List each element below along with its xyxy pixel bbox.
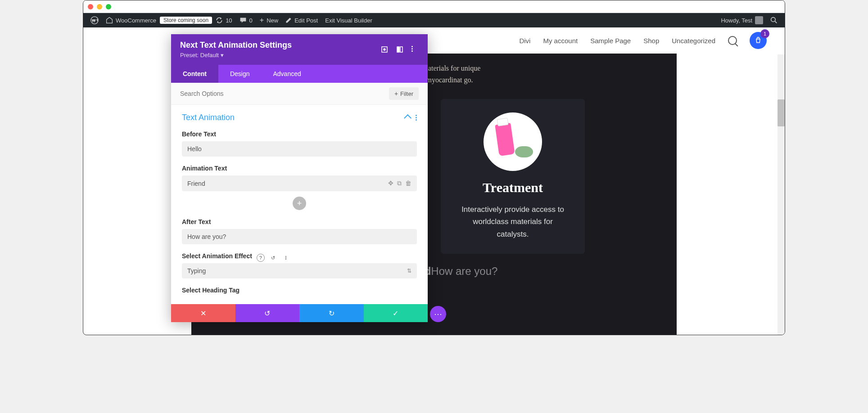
greeting: Howdy, Test	[721, 17, 752, 24]
search-toggle[interactable]	[767, 13, 781, 27]
collapse-icon[interactable]	[406, 115, 411, 121]
add-animation-text-button[interactable]: +	[293, 197, 306, 210]
card-title: Treatment	[454, 180, 571, 195]
vertical-scrollbar[interactable]	[778, 54, 785, 335]
redo-button[interactable]: ↻	[299, 304, 364, 322]
wp-logo-icon[interactable]	[87, 13, 102, 27]
nav-my-account[interactable]: My account	[543, 37, 578, 45]
after-text-input[interactable]	[182, 229, 417, 244]
duplicate-icon[interactable]: ⧉	[397, 180, 402, 187]
snap-icon[interactable]	[396, 46, 403, 53]
svg-point-1	[771, 18, 776, 22]
update-count: 10	[226, 17, 232, 24]
move-icon[interactable]: ✥	[388, 180, 393, 187]
after-text-label: After Text	[182, 218, 417, 225]
svg-rect-5	[400, 47, 402, 52]
modal-title: Next Text Animation Settings	[180, 40, 292, 50]
module-settings-modal: Next Text Animation Settings Preset: Def…	[171, 34, 428, 322]
scroll-thumb[interactable]	[778, 99, 785, 126]
section-more-icon[interactable]	[416, 115, 417, 121]
edit-post-link[interactable]: Edit Post	[282, 13, 321, 27]
site-name: WooCommerce	[116, 17, 156, 24]
cart-badge: 1	[760, 29, 769, 38]
edit-label: Edit Post	[294, 17, 318, 24]
before-text-label: Before Text	[182, 130, 417, 138]
settings-tabs: Content Design Advanced	[171, 65, 428, 83]
comments-link[interactable]: 0	[236, 13, 256, 27]
save-button[interactable]: ✓	[364, 304, 428, 322]
updates-link[interactable]: 10	[212, 13, 235, 27]
search-options-input[interactable]	[180, 90, 389, 97]
search-icon[interactable]	[728, 36, 737, 45]
expand-icon[interactable]	[381, 46, 388, 53]
nav-divi[interactable]: Divi	[519, 37, 530, 45]
cancel-button[interactable]: ✕	[171, 304, 235, 322]
heading-tag-label: Select Heading Tag	[182, 287, 417, 294]
service-card-treatment: Treatment Interactively provide access t…	[441, 99, 585, 254]
window-close-button[interactable]	[88, 4, 93, 9]
exit-label: Exit Visual Builder	[325, 17, 372, 24]
preset-selector[interactable]: Preset: Default ▾	[180, 52, 292, 58]
animation-text-label: Animation Text	[182, 165, 417, 172]
svg-point-3	[384, 49, 385, 50]
wp-admin-bar: WooCommerce Store coming soon 10 0 + New…	[83, 13, 785, 27]
tab-advanced[interactable]: Advanced	[261, 65, 312, 83]
svg-rect-4	[397, 47, 399, 52]
more-icon[interactable]	[411, 46, 419, 53]
section-title[interactable]: Text Animation	[182, 113, 235, 122]
animation-text-item[interactable]: Friend ✥ ⧉ 🗑	[182, 175, 417, 191]
reset-icon[interactable]: ↺	[269, 254, 277, 262]
help-icon[interactable]: ?	[257, 254, 265, 262]
exit-builder-link[interactable]: Exit Visual Builder	[321, 13, 376, 27]
divi-fab[interactable]: ⋯	[430, 306, 446, 322]
nav-sample-page[interactable]: Sample Page	[590, 37, 631, 45]
tab-design[interactable]: Design	[218, 65, 262, 83]
effect-label: Select Animation Effect	[182, 252, 252, 260]
filter-button[interactable]: +Filter	[389, 87, 419, 100]
delete-icon[interactable]: 🗑	[405, 180, 411, 187]
cosmetics-icon	[484, 112, 542, 171]
account-link[interactable]: Howdy, Test	[717, 13, 767, 27]
site-link[interactable]: WooCommerce	[102, 13, 160, 27]
window-maximize-button[interactable]	[106, 4, 111, 9]
window-title-bar	[83, 0, 785, 13]
field-more-icon[interactable]	[282, 254, 290, 262]
nav-uncategorized[interactable]: Uncategorized	[672, 37, 715, 45]
new-link[interactable]: + New	[256, 13, 282, 27]
store-status-badge[interactable]: Store coming soon	[160, 17, 212, 24]
cart-button[interactable]: 1	[750, 32, 767, 49]
window-minimize-button[interactable]	[97, 4, 102, 9]
animation-effect-select[interactable]: Typing	[182, 263, 417, 278]
nav-shop[interactable]: Shop	[643, 37, 659, 45]
new-label: New	[267, 17, 278, 24]
comment-count: 0	[249, 17, 253, 24]
card-desc: Interactively provide access to worldcla…	[454, 203, 571, 240]
undo-button[interactable]: ↺	[235, 304, 300, 322]
modal-header[interactable]: Next Text Animation Settings Preset: Def…	[171, 34, 428, 65]
tab-content[interactable]: Content	[171, 65, 218, 83]
before-text-input[interactable]	[182, 141, 417, 157]
avatar	[755, 16, 763, 24]
